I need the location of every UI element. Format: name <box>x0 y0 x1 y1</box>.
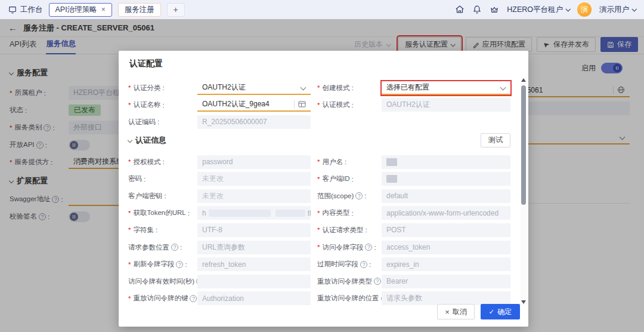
field-disabled: POST <box>382 223 510 237</box>
scrollbar-thumb[interactable] <box>521 85 526 205</box>
field-disabled: 请求头参数 <box>382 291 510 305</box>
field-value: refresh_token <box>202 260 246 269</box>
field-value: 请求头参数 <box>386 293 422 303</box>
tab-api-governance[interactable]: API治理策略 <box>49 3 112 17</box>
label-text: 重放访问令牌的位置 <box>317 294 379 303</box>
field-disabled: URL查询参数 <box>197 241 311 254</box>
workspace-button[interactable]: 工作台 <box>8 5 43 15</box>
field-value: POST <box>386 226 406 234</box>
field-disabled: refresh_token <box>197 257 311 271</box>
user-menu[interactable]: 演示用户 <box>599 5 636 15</box>
field-value: default <box>386 192 408 200</box>
field-label: 过期时间字段 <box>317 260 382 269</box>
scroll-down-icon[interactable] <box>521 300 526 304</box>
check-icon <box>489 308 494 316</box>
field-label: 刷新令牌字段 <box>128 260 197 269</box>
bell-icon[interactable] <box>472 5 482 14</box>
field-select[interactable]: 选择已有配置 <box>382 81 510 95</box>
chevron-down-icon <box>631 7 636 11</box>
help-icon[interactable] <box>176 261 183 268</box>
section-title: 认证信息 <box>135 135 166 146</box>
label-colon <box>351 102 353 109</box>
label-text: 范围(scope) <box>317 192 354 201</box>
field-value: OAUTH2认证_9gea4 <box>202 99 270 109</box>
label-colon <box>369 261 371 268</box>
avatar-text: 演 <box>581 5 588 15</box>
required-asterisk <box>128 102 131 109</box>
home-icon[interactable] <box>455 5 465 14</box>
field-label: 认证模式 <box>317 100 382 109</box>
lov-lookup-icon[interactable] <box>298 100 306 108</box>
section-auth-info-header[interactable]: 认证信息 <box>128 135 166 146</box>
field-value: expires_in <box>386 260 419 269</box>
crown-icon[interactable] <box>490 5 499 14</box>
form-row: 获取Token的URLhth内容类型application/x-www-form… <box>128 205 510 222</box>
add-tab-button[interactable]: + <box>167 3 185 17</box>
label-colon <box>351 176 353 183</box>
required-asterisk <box>128 84 131 91</box>
redacted-block <box>209 210 271 217</box>
help-icon[interactable] <box>365 244 372 251</box>
label-colon <box>374 244 376 251</box>
required-asterisk <box>317 102 320 109</box>
label-colon <box>188 210 190 217</box>
label-text: 内容类型 <box>322 208 349 217</box>
field-value: Authorization <box>202 294 244 303</box>
app-screen: 工作台 API治理策略 服务注册 + HZERO平台租户 <box>0 0 644 332</box>
label-colon <box>345 158 346 165</box>
label-colon <box>185 261 187 268</box>
field-masked <box>382 155 510 169</box>
required-asterisk <box>317 210 320 217</box>
close-icon[interactable] <box>101 6 106 13</box>
help-icon[interactable] <box>190 295 197 302</box>
help-icon[interactable] <box>171 244 178 251</box>
tab-label: API治理策略 <box>55 5 97 15</box>
label-text: 客户端密钥 <box>128 192 163 201</box>
label-text: 认证模式 <box>322 100 349 109</box>
tab-label: 服务注册 <box>125 5 154 15</box>
label-colon <box>351 84 353 91</box>
field-label: 客户端ID <box>317 174 382 183</box>
field-masked <box>382 172 510 186</box>
cancel-button[interactable]: 取消 <box>437 304 475 319</box>
field-value: 选择已有配置 <box>386 82 429 93</box>
field-disabled: expires_in <box>382 257 510 271</box>
avatar[interactable]: 演 <box>577 2 592 17</box>
confirm-button[interactable]: 确定 <box>481 304 520 319</box>
label-text: 密码 <box>128 174 142 183</box>
field-lov[interactable]: OAUTH2认证_9gea4 <box>197 98 311 112</box>
modal-scrollbar[interactable] <box>521 77 527 305</box>
modal-body: 认证分类OAUTH2认证创建模式选择已有配置认证名称OAUTH2认证_9gea4… <box>128 79 510 307</box>
label-text: 刷新令牌字段 <box>133 260 174 269</box>
field-label: 认证请求类型 <box>317 226 382 235</box>
field-redacted: hth <box>197 206 311 220</box>
label-colon <box>157 118 159 125</box>
required-asterisk <box>128 295 131 302</box>
field-label: 重放访问令牌的位置 <box>317 294 382 303</box>
help-icon[interactable] <box>360 261 367 268</box>
field-value: password <box>202 158 233 166</box>
label-text: 认证编码 <box>128 118 156 127</box>
required-asterisk <box>317 158 320 165</box>
field-select[interactable]: OAUTH2认证 <box>197 81 311 95</box>
tab-service-register[interactable]: 服务注册 <box>118 3 161 17</box>
help-icon[interactable] <box>355 192 363 199</box>
user-name: 演示用户 <box>599 5 629 15</box>
label-text: 认证名称 <box>133 100 160 109</box>
field-value: URL查询参数 <box>202 242 245 253</box>
field-label: 内容类型 <box>317 208 382 217</box>
field-value: 未更改 <box>202 174 224 184</box>
form-row: 认证分类OAUTH2认证创建模式选择已有配置 <box>128 79 510 97</box>
add-tab-label: + <box>174 5 178 14</box>
label-text: 访问令牌有效时间(秒) <box>128 277 194 286</box>
field-label: 用户名 <box>317 158 382 167</box>
scroll-up-icon[interactable] <box>521 78 526 82</box>
test-button[interactable]: 测试 <box>481 133 510 147</box>
field-value: 未更改 <box>202 191 224 201</box>
label-text: 认证分类 <box>133 84 160 93</box>
field-label: 创建模式 <box>317 84 382 93</box>
field-disabled: default <box>382 189 510 203</box>
tenant-switcher[interactable]: HZERO平台租户 <box>507 5 569 15</box>
form-row: 访问令牌有效时间(秒)重放访问令牌类型Bearer <box>128 273 510 290</box>
help-icon[interactable] <box>374 278 381 285</box>
